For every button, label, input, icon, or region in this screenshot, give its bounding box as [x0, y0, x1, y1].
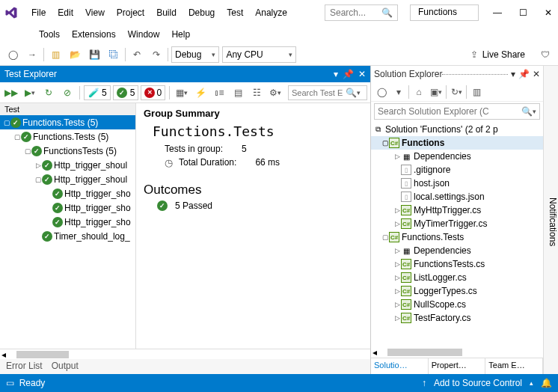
- solution-tree-row[interactable]: ▷▦Dependencies: [371, 150, 543, 163]
- test-tree-row[interactable]: ▢Http_trigger_shoul: [0, 172, 135, 186]
- summary-heading: Group Summary: [144, 108, 363, 119]
- notifications-rail[interactable]: Notifications: [543, 66, 558, 374]
- menu-help[interactable]: Help: [165, 26, 196, 43]
- sol-forward-button[interactable]: ▾: [391, 85, 406, 99]
- close-button[interactable]: ✕: [543, 7, 554, 18]
- open-file-button[interactable]: 📂: [67, 46, 83, 63]
- tab-solution-explorer[interactable]: Solutio…: [371, 358, 429, 374]
- tab-output[interactable]: Output: [52, 361, 79, 373]
- test-tree-row[interactable]: Http_trigger_sho: [0, 200, 135, 215]
- global-search-input[interactable]: [330, 7, 378, 18]
- separator: [43, 48, 44, 61]
- menu-file[interactable]: File: [25, 4, 52, 21]
- panel-dropdown-icon[interactable]: ▾: [334, 69, 338, 79]
- solution-tree-row[interactable]: ▯local.settings.json: [371, 190, 543, 203]
- menu-tools[interactable]: Tools: [33, 26, 66, 43]
- panel-close-icon[interactable]: ✕: [533, 69, 540, 79]
- notifications-bell-icon[interactable]: 🔔: [541, 378, 552, 388]
- global-search[interactable]: 🔍: [325, 4, 398, 21]
- panel-pin-icon[interactable]: 📌: [343, 69, 354, 79]
- admin-shield-icon[interactable]: 🛡: [537, 46, 554, 63]
- solution-explorer-titlebar[interactable]: Solution Explorer ▾ 📌 ✕: [371, 66, 543, 82]
- add-to-source-control[interactable]: Add to Source Control: [434, 378, 522, 388]
- config-dropdown[interactable]: Debug▾: [171, 46, 219, 63]
- run-button[interactable]: ▶▾: [22, 85, 38, 101]
- test-tree-row[interactable]: ▢Functions.Tests (5): [0, 129, 135, 144]
- solution-tree-row[interactable]: ▷C#NullScope.cs: [371, 298, 543, 311]
- repeat-button[interactable]: ↻: [40, 85, 57, 101]
- menu-test[interactable]: Test: [221, 4, 249, 21]
- tab-error-list[interactable]: Error List: [6, 361, 43, 373]
- test-panel-hscroll[interactable]: ◂: [0, 349, 370, 359]
- solution-root[interactable]: ⧉ Solution 'Functions' (2 of 2 p: [371, 123, 543, 136]
- sol-scope-button[interactable]: ▣▾: [429, 85, 444, 99]
- panel-pin-icon[interactable]: 📌: [518, 69, 530, 79]
- panel-close-icon[interactable]: ✕: [358, 69, 366, 79]
- menu-analyze[interactable]: Analyze: [249, 4, 293, 21]
- solution-tree-row[interactable]: ▷C#MyTimerTrigger.cs: [371, 217, 543, 230]
- panel-dropdown-icon[interactable]: ▾: [511, 69, 515, 79]
- test-tree-row[interactable]: Http_trigger_sho: [0, 186, 135, 200]
- menu-view[interactable]: View: [79, 4, 111, 21]
- failed-tests-pill[interactable]: 0: [141, 85, 165, 100]
- tab-properties[interactable]: Propert…: [429, 358, 486, 374]
- save-all-button[interactable]: ⿻: [105, 46, 122, 63]
- save-button[interactable]: 💾: [86, 46, 102, 63]
- solution-tree-row[interactable]: ▷C#LoggerTypes.cs: [371, 284, 543, 298]
- menu-build[interactable]: Build: [150, 4, 183, 21]
- test-explorer-titlebar[interactable]: Test Explorer ▾ 📌 ✕: [0, 66, 370, 82]
- test-tree-row[interactable]: ▢FunctionsTests (5): [0, 144, 135, 158]
- test-search-input[interactable]: [292, 88, 346, 97]
- nav-back-button[interactable]: ◯: [4, 46, 21, 63]
- test-tree-row[interactable]: ▷Http_trigger_shoul: [0, 158, 135, 172]
- test-explorer-panel: Test Explorer ▾ 📌 ✕ ▶▶ ▶▾ ↻ ⊘ 🧪5 5 0 ▦▾ …: [0, 66, 371, 374]
- maximize-button[interactable]: ☐: [518, 7, 528, 18]
- test-tree-row[interactable]: Http_trigger_sho: [0, 215, 135, 229]
- minimize-button[interactable]: —: [492, 7, 503, 18]
- solution-tree-row[interactable]: ▷▦Dependencies: [371, 244, 543, 257]
- solution-tree-row[interactable]: ▷C#ListLogger.cs: [371, 271, 543, 284]
- total-tests-pill[interactable]: 🧪5: [84, 85, 111, 100]
- solution-tree-row[interactable]: ▷C#MyHttpTrigger.cs: [371, 203, 543, 217]
- menu-extensions[interactable]: Extensions: [66, 26, 122, 43]
- solution-search-input[interactable]: [378, 106, 521, 117]
- run-all-button[interactable]: ▶▶: [3, 85, 19, 101]
- settings-button[interactable]: ⚙▾: [267, 85, 283, 101]
- nav-forward-button[interactable]: →: [24, 46, 40, 63]
- solution-tree-row[interactable]: ▯host.json: [371, 177, 543, 190]
- solution-search[interactable]: 🔍▾: [374, 103, 540, 120]
- menu-project[interactable]: Project: [111, 4, 150, 21]
- solution-tree-row[interactable]: ▷C#FunctionsTests.cs: [371, 257, 543, 271]
- solution-tree-row[interactable]: ▢C#Functions: [371, 136, 543, 150]
- passed-tests-pill[interactable]: 5: [113, 85, 139, 100]
- playlist-button[interactable]: ▦▾: [174, 85, 190, 101]
- solution-tree-row[interactable]: ▯.gitignore: [371, 163, 543, 177]
- stop-button[interactable]: ⊘: [59, 85, 76, 101]
- tab-team-explorer[interactable]: Team E…: [485, 358, 543, 374]
- solution-tree-row[interactable]: ▷C#TestFactory.cs: [371, 311, 543, 325]
- menu-window[interactable]: Window: [122, 26, 166, 43]
- undo-button[interactable]: ↶: [129, 46, 145, 63]
- solution-hscroll[interactable]: ◂: [371, 347, 543, 358]
- test-tree-row[interactable]: Timer_should_log_: [0, 229, 135, 243]
- solution-explorer-panel: Solution Explorer ▾ 📌 ✕ ◯ ▾ ⌂ ▣▾ ↻▾ ▥ 🔍▾: [371, 66, 543, 374]
- test-search[interactable]: 🔍▾: [288, 85, 367, 100]
- solution-tree-row[interactable]: ▢C#Functions.Tests: [371, 230, 543, 244]
- columns-button[interactable]: ☷: [248, 85, 265, 101]
- sol-showall-button[interactable]: ▥: [469, 85, 484, 99]
- sol-refresh-button[interactable]: ↻▾: [449, 85, 464, 99]
- menu-edit[interactable]: Edit: [52, 4, 79, 21]
- sol-home-button[interactable]: ⌂: [411, 85, 426, 99]
- profile-button[interactable]: ⚡: [192, 85, 209, 101]
- test-tree-row[interactable]: ▢Functions.Tests (5): [0, 115, 135, 129]
- source-control-up-icon[interactable]: ↑: [422, 378, 426, 388]
- live-share-button[interactable]: ⇪ Live Share: [470, 49, 525, 60]
- new-project-button[interactable]: ▥: [47, 46, 64, 63]
- group-button[interactable]: ▤: [230, 85, 246, 101]
- filter-button[interactable]: ⫾≡: [211, 85, 227, 101]
- menu-debug[interactable]: Debug: [183, 4, 221, 21]
- redo-button[interactable]: ↷: [148, 46, 165, 63]
- test-tree-header[interactable]: Test: [0, 103, 135, 115]
- sol-back-button[interactable]: ◯: [374, 85, 389, 99]
- platform-dropdown[interactable]: Any CPU▾: [222, 46, 295, 63]
